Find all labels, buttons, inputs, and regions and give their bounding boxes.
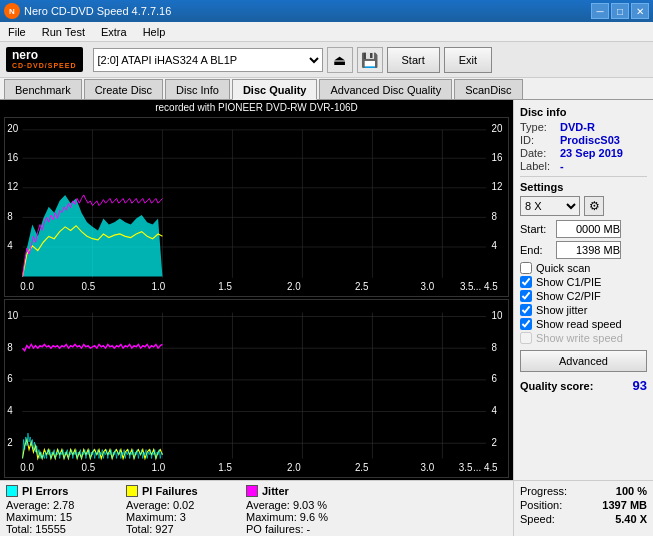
advanced-button[interactable]: Advanced — [520, 350, 647, 372]
disc-type-row: Type: DVD-R — [520, 121, 647, 133]
disc-id-label: ID: — [520, 134, 556, 146]
pi-failures-avg: Average: 0.02 — [126, 499, 216, 511]
exit-button[interactable]: Exit — [444, 47, 492, 73]
tab-scan-disc[interactable]: ScanDisc — [454, 79, 522, 99]
tab-create-disc[interactable]: Create Disc — [84, 79, 163, 99]
svg-text:8: 8 — [7, 210, 13, 221]
main-area: recorded with PIONEER DVD-RW DVR-106D 20… — [0, 100, 653, 480]
quick-scan-checkbox[interactable] — [520, 262, 532, 274]
menu-help[interactable]: Help — [139, 24, 170, 40]
svg-text:3.5: 3.5 — [459, 460, 473, 473]
chart-title: recorded with PIONEER DVD-RW DVR-106D — [0, 100, 513, 115]
svg-text:1.5: 1.5 — [218, 280, 232, 291]
show-jitter-checkbox[interactable] — [520, 304, 532, 316]
position-value: 1397 MB — [602, 499, 647, 511]
settings-icon-button[interactable]: ⚙ — [584, 196, 604, 216]
speed-settings-row: 8 X Max 1 X 2 X 4 X ⚙ — [520, 196, 647, 216]
nero-logo: nero CD·DVD/SPEED — [6, 47, 83, 72]
svg-text:20: 20 — [492, 123, 503, 134]
svg-text:0.5: 0.5 — [82, 460, 96, 473]
pi-failures-label: PI Failures — [126, 485, 216, 497]
show-write-speed-label: Show write speed — [536, 332, 623, 344]
save-button[interactable]: 💾 — [357, 47, 383, 73]
end-label: End: — [520, 244, 552, 256]
show-c2-row: Show C2/PIF — [520, 290, 647, 302]
show-read-speed-label: Show read speed — [536, 318, 622, 330]
svg-text:4: 4 — [7, 403, 13, 416]
jitter-group: Jitter Average: 9.03 % Maximum: 9.6 % PO… — [246, 485, 336, 535]
svg-text:10: 10 — [7, 308, 18, 321]
app-title: Nero CD-DVD Speed 4.7.7.16 — [24, 5, 171, 17]
menu-extra[interactable]: Extra — [97, 24, 131, 40]
quality-score-value: 93 — [633, 378, 647, 393]
start-input[interactable] — [556, 220, 621, 238]
svg-text:6: 6 — [7, 371, 13, 384]
pi-failures-color — [126, 485, 138, 497]
position-label: Position: — [520, 499, 562, 511]
svg-text:2: 2 — [492, 435, 498, 448]
menu-file[interactable]: File — [4, 24, 30, 40]
tab-benchmark[interactable]: Benchmark — [4, 79, 82, 99]
close-button[interactable]: ✕ — [631, 3, 649, 19]
divider-1 — [520, 176, 647, 177]
disc-label-label: Label: — [520, 160, 556, 172]
bottom-right: Progress: 100 % Position: 1397 MB Speed:… — [513, 481, 653, 536]
disc-info-title: Disc info — [520, 106, 647, 118]
menu-bar: File Run Test Extra Help — [0, 22, 653, 42]
disc-label-value: - — [560, 160, 564, 172]
svg-text:3.5: 3.5 — [460, 280, 474, 291]
chart-container: recorded with PIONEER DVD-RW DVR-106D 20… — [0, 100, 513, 480]
show-read-speed-checkbox[interactable] — [520, 318, 532, 330]
maximize-button[interactable]: □ — [611, 3, 629, 19]
progress-label: Progress: — [520, 485, 567, 497]
svg-text:0.5: 0.5 — [82, 280, 96, 291]
show-read-speed-row: Show read speed — [520, 318, 647, 330]
svg-text:0.0: 0.0 — [20, 280, 34, 291]
tab-disc-quality[interactable]: Disc Quality — [232, 79, 318, 100]
start-input-row: Start: — [520, 220, 647, 238]
top-chart: 20 16 12 8 4 20 16 12 8 4 — [4, 117, 509, 297]
show-c1pie-checkbox[interactable] — [520, 276, 532, 288]
drive-selector[interactable]: [2:0] ATAPI iHAS324 A BL1P — [93, 48, 323, 72]
pi-failures-group: PI Failures Average: 0.02 Maximum: 3 Tot… — [126, 485, 216, 535]
bottom-stats: PI Errors Average: 2.78 Maximum: 15 Tota… — [0, 481, 513, 536]
pi-failures-total: Total: 927 — [126, 523, 216, 535]
show-c2pif-checkbox[interactable] — [520, 290, 532, 302]
pi-errors-group: PI Errors Average: 2.78 Maximum: 15 Tota… — [6, 485, 96, 535]
quality-score-row: Quality score: 93 — [520, 378, 647, 393]
svg-text:10: 10 — [492, 308, 503, 321]
tab-bar: Benchmark Create Disc Disc Info Disc Qua… — [0, 78, 653, 100]
progress-value: 100 % — [616, 485, 647, 497]
eject-button[interactable]: ⏏ — [327, 47, 353, 73]
svg-text:3.0: 3.0 — [421, 280, 435, 291]
end-input[interactable] — [556, 241, 621, 259]
pi-errors-max: Maximum: 15 — [6, 511, 96, 523]
tab-advanced-disc-quality[interactable]: Advanced Disc Quality — [319, 79, 452, 99]
start-label: Start: — [520, 223, 552, 235]
menu-run-test[interactable]: Run Test — [38, 24, 89, 40]
show-c2pif-label: Show C2/PIF — [536, 290, 601, 302]
disc-type-label: Type: — [520, 121, 556, 133]
svg-text:8: 8 — [492, 340, 498, 353]
svg-text:16: 16 — [7, 151, 18, 162]
svg-text:2.5: 2.5 — [355, 460, 369, 473]
end-input-row: End: — [520, 241, 647, 259]
jitter-color — [246, 485, 258, 497]
show-c1pie-label: Show C1/PIE — [536, 276, 601, 288]
top-chart-svg: 20 16 12 8 4 20 16 12 8 4 — [5, 118, 508, 296]
svg-text:12: 12 — [7, 181, 18, 192]
title-bar-left: N Nero CD-DVD Speed 4.7.7.16 — [4, 3, 171, 19]
svg-text:2.5: 2.5 — [355, 280, 369, 291]
app-icon: N — [4, 3, 20, 19]
minimize-button[interactable]: ─ — [591, 3, 609, 19]
start-button[interactable]: Start — [387, 47, 440, 73]
tab-disc-info[interactable]: Disc Info — [165, 79, 230, 99]
svg-text:... 4.5: ... 4.5 — [473, 460, 498, 473]
disc-date-label: Date: — [520, 147, 556, 159]
pi-errors-label: PI Errors — [6, 485, 96, 497]
speed-selector[interactable]: 8 X Max 1 X 2 X 4 X — [520, 196, 580, 216]
svg-text:1.0: 1.0 — [152, 460, 166, 473]
svg-text:6: 6 — [492, 371, 498, 384]
svg-text:12: 12 — [492, 181, 503, 192]
show-write-speed-checkbox — [520, 332, 532, 344]
